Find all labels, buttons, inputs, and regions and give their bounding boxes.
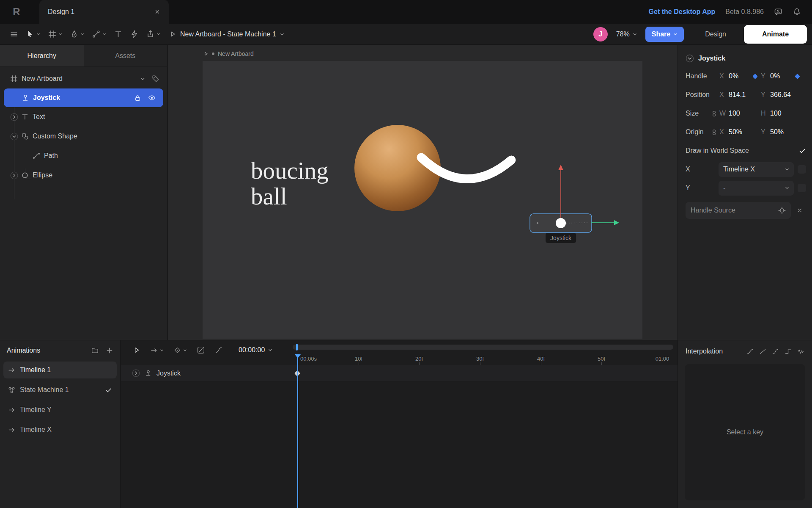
- hierarchy-panel-tabs: Hierarchy Assets: [0, 45, 167, 67]
- link-constrain-icon[interactable]: [711, 129, 719, 135]
- crosshair-target-icon[interactable]: [778, 207, 786, 214]
- animation-label: State Machine 1: [20, 386, 69, 394]
- bouncing-ball-text[interactable]: boucing ball: [251, 157, 329, 209]
- one-shot-arrow-icon: [8, 406, 15, 414]
- tree-row-path[interactable]: Path: [0, 146, 167, 166]
- design-mode-button[interactable]: Design: [705, 30, 726, 38]
- eye-icon[interactable]: [148, 94, 156, 102]
- size-h-input[interactable]: 100: [770, 110, 796, 117]
- handle-y-input[interactable]: 0%: [770, 72, 796, 80]
- interp-cubic-icon[interactable]: [772, 348, 779, 355]
- interp-elastic-icon[interactable]: [797, 348, 804, 355]
- close-icon[interactable]: [154, 9, 160, 15]
- animate-mode-button[interactable]: Animate: [744, 25, 807, 44]
- handle-source-field[interactable]: Handle Source: [686, 202, 791, 219]
- chevron-down-icon: [80, 32, 84, 36]
- pen-tool[interactable]: [68, 28, 86, 41]
- artboard-header[interactable]: New Artboard: [203, 50, 254, 57]
- key-options-dropdown[interactable]: [174, 347, 187, 354]
- artboard-state-machine-selector[interactable]: New Artboard - State Machine 1: [169, 30, 284, 38]
- tab-hierarchy[interactable]: Hierarchy: [0, 45, 84, 66]
- disclosure-chevron-icon[interactable]: [10, 171, 18, 179]
- tag-icon[interactable]: [152, 75, 159, 83]
- interpolation-curve-toggle-icon[interactable]: [215, 346, 222, 354]
- graph-editor-toggle-icon[interactable]: [197, 346, 205, 354]
- avatar[interactable]: J: [593, 27, 608, 41]
- line-shape-icon: [92, 30, 100, 38]
- time-display-dropdown[interactable]: 00:00:00: [239, 346, 272, 354]
- checkmark-icon[interactable]: [798, 147, 806, 155]
- bones-lightning-icon[interactable]: [128, 28, 140, 41]
- x-binding-dropdown[interactable]: Timeline X: [719, 162, 794, 177]
- chevron-down-icon: [102, 32, 106, 36]
- animations-header: Animations: [0, 340, 120, 361]
- size-w-input[interactable]: 100: [729, 110, 753, 117]
- beta-version-label: Beta 0.8.986: [725, 8, 764, 16]
- position-x-input[interactable]: 814.1: [729, 91, 753, 99]
- y-sublabel: Y: [761, 128, 770, 136]
- animation-item-timeline-y[interactable]: Timeline Y: [3, 401, 117, 418]
- notifications-bell-icon[interactable]: [793, 8, 801, 16]
- keyframe-diamond-icon[interactable]: [795, 74, 800, 79]
- playhead-line[interactable]: [297, 357, 298, 508]
- keyframe-diamond-icon[interactable]: [752, 74, 758, 79]
- chevron-down-icon[interactable]: [140, 77, 145, 81]
- add-animation-plus-icon[interactable]: [106, 347, 113, 354]
- interp-ease-icon[interactable]: [746, 348, 754, 355]
- joystick-handle[interactable]: [556, 218, 566, 228]
- share-button[interactable]: Share: [645, 27, 684, 42]
- position-y-input[interactable]: 366.64: [770, 91, 796, 99]
- tab-assets[interactable]: Assets: [84, 45, 167, 66]
- chevron-down-icon: [58, 32, 62, 36]
- origin-x-input[interactable]: 50%: [729, 128, 753, 136]
- folder-icon[interactable]: [91, 347, 99, 354]
- canvas-viewport[interactable]: New Artboard: [168, 45, 678, 340]
- collapse-chevron-circle-icon[interactable]: [686, 54, 694, 63]
- text-tool[interactable]: [112, 28, 124, 41]
- clear-handle-source-icon[interactable]: [793, 207, 806, 213]
- play-outline-icon[interactable]: [169, 30, 176, 38]
- tree-row-ellipse[interactable]: Ellipse: [0, 166, 167, 185]
- animation-item-timeline-x[interactable]: Timeline X: [3, 421, 117, 438]
- rive-logo[interactable]: R: [0, 6, 33, 18]
- disclosure-chevron-icon[interactable]: [10, 113, 18, 121]
- export-tool[interactable]: [144, 28, 162, 41]
- play-button[interactable]: [133, 346, 140, 354]
- link-constrain-icon[interactable]: [711, 110, 719, 117]
- tree-row-custom-shape[interactable]: Custom Shape: [0, 127, 167, 146]
- shapes-tool[interactable]: [90, 28, 108, 41]
- timeline-scroll-playhead-marker[interactable]: [296, 344, 298, 351]
- play-outline-icon[interactable]: [203, 51, 208, 56]
- binding-option-box[interactable]: [798, 184, 806, 192]
- artboard-canvas[interactable]: boucing ball Joystick: [203, 61, 642, 339]
- origin-y-input[interactable]: 50%: [770, 128, 796, 136]
- handle-x-input[interactable]: 0%: [729, 72, 753, 80]
- animation-item-state-machine-1[interactable]: State Machine 1: [3, 381, 117, 398]
- binding-option-box[interactable]: [798, 165, 806, 174]
- zoom-dropdown[interactable]: 78%: [616, 30, 637, 38]
- menu-hamburger-icon[interactable]: [8, 28, 20, 41]
- artboard-tool[interactable]: [46, 28, 64, 41]
- tree-row-joystick[interactable]: Joystick: [4, 88, 163, 107]
- tree-row-artboard[interactable]: New Artboard: [0, 69, 167, 88]
- y-binding-dropdown[interactable]: -: [719, 181, 794, 196]
- file-tab-title: Design 1: [48, 8, 74, 16]
- tree-row-text[interactable]: Text: [0, 107, 167, 127]
- size-row: Size W 100 H 100: [686, 104, 806, 123]
- select-tool[interactable]: [24, 28, 42, 41]
- animation-item-timeline-1[interactable]: Timeline 1: [3, 362, 117, 378]
- hierarchy-tree: New Artboard Joystick: [0, 67, 167, 185]
- disclosure-chevron-icon[interactable]: [10, 133, 18, 141]
- file-tab[interactable]: Design 1: [39, 0, 169, 24]
- timeline-zoom-scrollbar[interactable]: [293, 345, 673, 350]
- interp-linear-icon[interactable]: [759, 348, 766, 355]
- track-row-joystick[interactable]: Joystick: [121, 365, 678, 382]
- playback-mode-dropdown[interactable]: [151, 347, 164, 354]
- get-desktop-app-link[interactable]: Get the Desktop App: [649, 8, 716, 16]
- interp-hold-icon[interactable]: [785, 348, 792, 355]
- disclosure-chevron-icon[interactable]: [132, 369, 140, 377]
- lock-icon[interactable]: [134, 94, 141, 102]
- timeline-ruler[interactable]: 00:00s 10f 20f 30f 40f 50f 01:00: [121, 355, 678, 365]
- feedback-icon[interactable]: [774, 8, 782, 16]
- text-type-icon: [21, 113, 29, 121]
